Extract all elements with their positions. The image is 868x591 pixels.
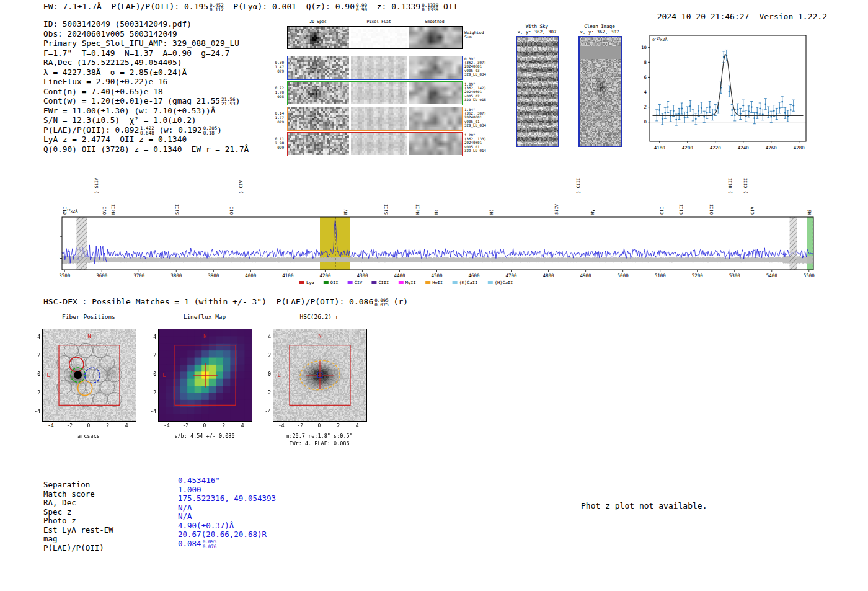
x-tick-label: 5200 [692,273,704,278]
x-tick-label: 3800 [170,273,182,278]
text-segment: 20.67(20.66,20.68)R [178,530,267,539]
y-tick-label: 0 [259,371,271,377]
stacked-limits: 0.13390.1339 [422,3,438,12]
x-tick-label: 4200 [682,145,694,151]
pixel-flat-image [351,27,407,48]
y-tick-label: 2 [28,353,40,358]
text-segment: Q(0.90) OII (3728) z = 0.1340 EW r = 21.… [43,144,249,154]
x-tick-label: 4200 [319,273,331,278]
emission-line-label: OVI [102,207,107,215]
text-segment: 1.000 [178,485,202,494]
emission-line-label: Hβ [807,210,812,215]
match-table-label: Est LyA rest-EW [43,525,113,535]
summary-line: EW: 7.1±1.7Å P(LAE)/P(OII): 0.1950.4520.… [43,2,458,12]
text-segment: LyA z = 2.4774 OII z = 0.1340 [43,135,187,144]
x-tick-label: -4 [162,423,172,429]
y-tick-label: 4 [644,89,647,95]
text-segment: 4.90(±0.37)Å [178,521,234,530]
stacked-limits: 21.5621.53 [221,97,236,107]
x-tick-label: -4 [46,423,56,429]
row-weight-values: 0.141.77079 [268,112,284,124]
x-tick-label: 0 [314,423,324,429]
cutout-row [287,26,463,49]
text-segment: N/A [178,512,192,521]
x-tick-label: 4400 [394,273,405,278]
cutout-row [287,56,463,80]
match-table-label: Photo z [43,516,76,525]
emission-line-label: OII [229,207,234,215]
cutout-caption: arcsecs [42,433,135,439]
smoothed-image [409,107,462,130]
x-tick-label: 2 [219,423,229,429]
x-tick-label: 4100 [282,273,294,278]
info-line: RA,Dec (175.522125,49.054405) [43,58,249,68]
x-tick-label: 4 [122,423,131,429]
y-tick-label: -4 [28,409,40,414]
x-tick-label: 4280 [794,145,805,151]
text-segment: S/N = 12.3(±0.5) χ² = 1.0(±0.2) [43,115,197,125]
row-fiber-info: 1.28"(362, 133)20240601v005_01329_LU_014 [464,133,486,153]
text-segment: LineFlux = 2.90(±0.22)e-16 [43,77,167,86]
x-tick-label: 5000 [618,273,629,278]
weighted-sum-label: WeightedSum [464,31,484,40]
legend-swatch [453,281,458,284]
match-table: Separation0.453416"Match score1.000RA, D… [43,476,391,556]
y-tick-label: -4 [259,409,271,414]
text-segment: (w: 0.192 [154,125,202,135]
emission-line-label: Hδ [489,210,494,215]
pixel-flat-image [351,56,407,79]
x-tick-label: 4000 [245,273,257,278]
detection-info-block: ID: 5003142049 (5003142049.pdf)Obs: 2024… [43,19,249,154]
fiber_positions-canvas [42,329,136,422]
header-right: 2024-10-20 21:46:27Version 1.22.2 [637,2,827,32]
pixel-flat-image [351,82,407,104]
ylabel-inline: e-17x2Å [652,37,667,42]
info-line: EWr = 11.00(±1.30) (w: 7.10(±0.53))Å [43,106,249,116]
emission-line-label: SiII [175,204,180,215]
x-tick-label: 4 [352,423,362,429]
text-segment: EW: 7.1±1.7Å P(LAE)/P(OII): 0.195 [43,2,208,11]
cutout-title: HSC(26.2) r [273,313,366,320]
cutout-title: Lineflux Map [158,313,251,320]
legend-label: MgII [405,280,416,285]
row-fiber-info: 1.34"(362, 307)20240601v005_01329_LU_034 [464,108,486,127]
sky-panel [578,36,622,147]
x-tick-label: 4900 [580,273,592,278]
x-tick-label: 3600 [96,273,108,278]
emission-line-label: CIII [679,204,684,215]
lineflux_map-canvas [158,329,252,422]
x-tick-label: 5100 [655,273,666,278]
text-segment: 175.522316, 49.054393 [178,494,276,503]
x-tick-label: 4180 [654,145,666,151]
emission-line-label: Hε [434,210,439,215]
y-tick-label: 8 [644,60,647,65]
cutout-lineflux_map: Lineflux Map-4-2024-4-2024s/b: 4.54 +/- … [144,313,268,453]
legend-swatch [348,281,353,284]
x-tick-label: 0 [84,423,94,429]
cutout-hsc_cutout: HSC(26.2) r-4-2024-4-2024m:20.7 re:1.8" … [259,313,383,453]
info-line: P(LAE)/P(OII): 0.8921.4220.648 (w: 0.192… [43,125,249,135]
match-table-value: 175.522316, 49.054393 [178,494,276,503]
match-table-value: N/A [178,512,192,521]
match-table-value: 4.90(±0.37)Å [178,521,234,530]
info-line: S/N = 12.3(±0.5) χ² = 1.0(±0.2) [43,115,249,125]
text-segment: N/A [178,503,192,512]
y-tick-label: -2 [28,390,40,396]
text-segment: Cont(w) = 1.20(±0.01)e-17 (gmag 21.55 [43,96,220,105]
smoothed-image [409,56,462,79]
x-tick-label: 4700 [506,273,518,278]
timestamp: 2024-10-20 21:46:27 [657,12,750,21]
info-line: Primary Spec_Slot_IFU_AMP: 329_088_029_L… [43,38,249,48]
x-tick-label: 4220 [710,145,722,151]
spec2d-image [288,56,349,79]
emission-line-label: } CIII [576,178,581,193]
emission-line-label: HeII [111,204,116,215]
legend-swatch [488,281,493,284]
y-tick-label: 6 [644,74,647,80]
legend-swatch [299,281,304,284]
x-tick-label: 5400 [766,273,778,278]
emission-line-label: CIV [750,207,755,215]
x-tick-label: 4300 [356,273,368,278]
emission-line-label: NV [343,209,348,215]
cutout-fiber_positions: Fiber Positions-4-2024-4-2024arcsecs [28,313,152,453]
